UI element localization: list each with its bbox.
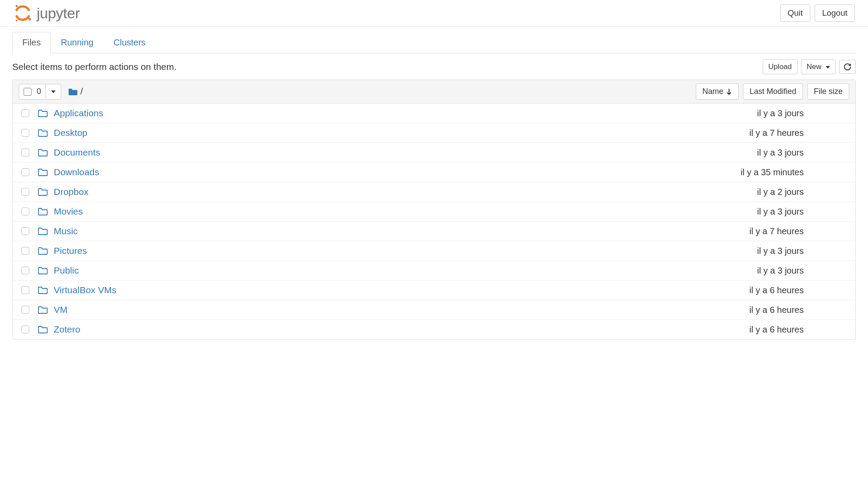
item-name-link[interactable]: Desktop: [54, 128, 87, 138]
logout-button[interactable]: Logout: [815, 4, 855, 22]
tabs: Files Running Clusters: [12, 32, 856, 53]
item-name-link[interactable]: Dropbox: [54, 187, 88, 197]
row-checkbox[interactable]: [21, 247, 29, 255]
folder-outline-icon: [38, 168, 48, 176]
item-name-link[interactable]: Applications: [54, 108, 103, 118]
folder-outline-icon: [38, 208, 48, 215]
selected-count: 0: [35, 84, 46, 99]
folder-outline-icon: [38, 267, 48, 274]
header-buttons: Quit Logout: [780, 4, 855, 22]
refresh-button[interactable]: [839, 60, 856, 74]
row-checkbox[interactable]: [21, 149, 29, 156]
folder-outline-icon: [38, 326, 48, 333]
row-checkbox[interactable]: [21, 129, 29, 137]
row-checkbox[interactable]: [21, 306, 29, 314]
toolbar-hint: Select items to perform actions on them.: [12, 62, 177, 72]
item-modified: il y a 3 jours: [708, 108, 804, 118]
list-item: Picturesil y a 3 jours: [13, 241, 855, 261]
breadcrumb-root[interactable]: /: [80, 87, 83, 97]
item-name-link[interactable]: Music: [54, 226, 78, 236]
page-header: jupyter Quit Logout: [0, 0, 868, 27]
list-item: Publicil y a 3 jours: [13, 261, 855, 281]
list-item: Dropboxil y a 2 jours: [13, 182, 855, 202]
tab-files[interactable]: Files: [12, 32, 51, 53]
item-name-link[interactable]: Downloads: [54, 167, 99, 177]
list-item: Desktopil y a 7 heures: [13, 123, 855, 143]
list-item: Zoteroil y a 6 heures: [13, 320, 855, 339]
item-modified: il y a 2 jours: [708, 187, 804, 197]
row-checkbox[interactable]: [21, 208, 29, 215]
refresh-icon: [844, 63, 851, 70]
svg-point-0: [16, 5, 17, 7]
item-name-link[interactable]: VM: [54, 305, 68, 315]
jupyter-logo[interactable]: jupyter: [13, 3, 80, 23]
item-modified: il y a 6 heures: [708, 285, 804, 295]
new-button-label: New: [807, 62, 822, 71]
row-checkbox[interactable]: [21, 227, 29, 235]
arrow-down-icon: [726, 89, 732, 95]
item-name-link[interactable]: Public: [54, 265, 79, 276]
item-modified: il y a 6 heures: [708, 305, 804, 315]
select-all-control[interactable]: 0: [19, 84, 61, 100]
row-checkbox[interactable]: [21, 326, 29, 333]
jupyter-logo-text: jupyter: [37, 5, 80, 22]
select-all-checkbox[interactable]: [24, 88, 31, 96]
row-checkbox[interactable]: [21, 267, 29, 274]
list-item: Musicil y a 7 heures: [13, 222, 855, 241]
folder-outline-icon: [38, 247, 48, 255]
item-modified: il y a 3 jours: [708, 246, 804, 256]
sort-size-button[interactable]: File size: [807, 83, 849, 100]
caret-down-icon: [826, 66, 830, 69]
file-list: 0 / Name Last Modified File size Applica…: [12, 80, 856, 340]
row-checkbox[interactable]: [21, 286, 29, 294]
name-column-label: Name: [702, 87, 723, 96]
item-name-link[interactable]: Movies: [54, 206, 83, 217]
item-name-link[interactable]: VirtualBox VMs: [54, 285, 116, 295]
folder-outline-icon: [38, 129, 48, 137]
svg-point-2: [16, 20, 17, 21]
file-rows: Applicationsil y a 3 joursDesktopil y a …: [13, 104, 855, 339]
select-menu-toggle[interactable]: [46, 84, 61, 99]
row-checkbox[interactable]: [21, 168, 29, 176]
item-modified: il y a 3 jours: [708, 148, 804, 158]
upload-button[interactable]: Upload: [763, 59, 798, 74]
row-checkbox[interactable]: [21, 188, 29, 196]
breadcrumb: /: [68, 87, 83, 97]
list-item: Downloadsil y a 35 minutes: [13, 163, 855, 182]
folder-outline-icon: [38, 109, 48, 117]
item-modified: il y a 35 minutes: [708, 167, 804, 177]
item-modified: il y a 6 heures: [708, 325, 804, 335]
svg-point-1: [28, 18, 31, 21]
item-name-link[interactable]: Pictures: [54, 246, 87, 256]
folder-outline-icon: [38, 227, 48, 235]
tab-running[interactable]: Running: [51, 32, 104, 53]
item-modified: il y a 3 jours: [708, 207, 804, 217]
jupyter-logo-icon: [13, 3, 32, 23]
item-name-link[interactable]: Zotero: [54, 324, 80, 335]
file-list-header: 0 / Name Last Modified File size: [13, 80, 855, 104]
list-item: Applicationsil y a 3 jours: [13, 104, 855, 123]
item-modified: il y a 3 jours: [708, 266, 804, 276]
toolbar: Select items to perform actions on them.…: [12, 53, 856, 80]
folder-outline-icon: [38, 149, 48, 156]
folder-outline-icon: [38, 306, 48, 314]
folder-outline-icon: [38, 188, 48, 196]
folder-outline-icon: [38, 286, 48, 294]
quit-button[interactable]: Quit: [780, 4, 810, 22]
item-modified: il y a 7 heures: [708, 226, 804, 236]
list-item: Documentsil y a 3 jours: [13, 143, 855, 163]
tab-clusters[interactable]: Clusters: [104, 32, 156, 53]
item-modified: il y a 7 heures: [708, 128, 804, 138]
row-checkbox[interactable]: [21, 109, 29, 117]
new-dropdown-button[interactable]: New: [801, 59, 836, 74]
caret-down-icon: [51, 90, 56, 93]
list-item: VMil y a 6 heures: [13, 300, 855, 320]
sort-modified-button[interactable]: Last Modified: [743, 83, 803, 100]
list-item: Moviesil y a 3 jours: [13, 202, 855, 222]
sort-name-button[interactable]: Name: [696, 83, 739, 100]
list-item: VirtualBox VMsil y a 6 heures: [13, 281, 855, 300]
folder-icon[interactable]: [68, 88, 78, 96]
item-name-link[interactable]: Documents: [54, 147, 100, 158]
